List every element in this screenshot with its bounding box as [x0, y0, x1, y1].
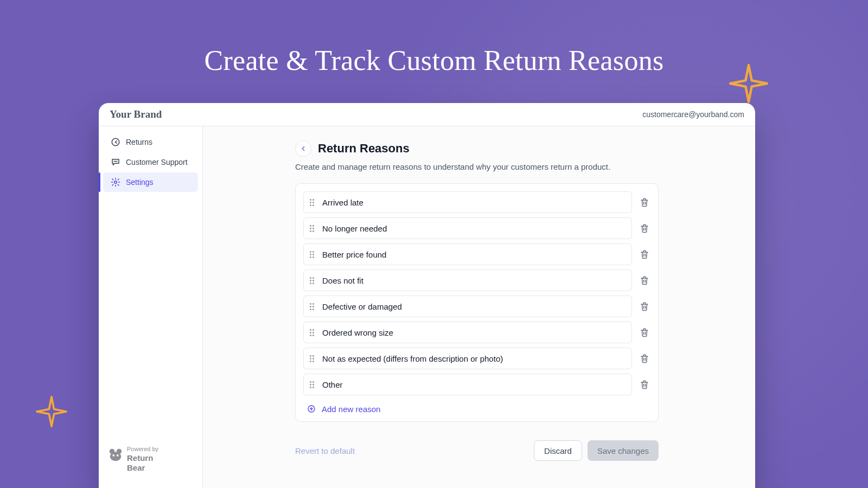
reason-input[interactable]: Does not fit — [303, 269, 632, 291]
delete-reason-button[interactable] — [639, 378, 650, 390]
reason-input[interactable]: Defective or damaged — [303, 296, 632, 317]
app-window: Your Brand customercare@yourband.com Ret… — [99, 103, 755, 488]
reason-input[interactable]: No longer needed — [303, 217, 632, 239]
reason-input[interactable]: Not as expected (differs from descriptio… — [303, 348, 632, 369]
drag-handle-icon[interactable] — [309, 251, 316, 258]
svg-point-5 — [112, 454, 114, 457]
trash-icon — [640, 301, 649, 311]
delete-reason-button[interactable] — [639, 300, 650, 312]
svg-point-4 — [110, 452, 122, 461]
reason-text: Arrived late — [322, 198, 363, 207]
reason-text: No longer needed — [322, 224, 387, 233]
reason-row: Not as expected (differs from descriptio… — [303, 348, 650, 369]
brand-logo: Your Brand — [110, 108, 162, 120]
reason-text: Other — [322, 380, 343, 389]
reason-text: Not as expected (differs from descriptio… — [322, 354, 503, 363]
trash-icon — [640, 275, 649, 285]
sidebar-item-label: Customer Support — [126, 158, 188, 166]
main-content: Return Reasons Create and manage return … — [203, 126, 755, 488]
sidebar-item-returns[interactable]: Returns — [103, 132, 198, 152]
delete-reason-button[interactable] — [639, 274, 650, 286]
discard-button[interactable]: Discard — [534, 440, 582, 461]
drag-handle-icon[interactable] — [309, 355, 316, 362]
reasons-card: Arrived lateNo longer neededBetter price… — [295, 183, 659, 422]
hero-title: Create & Track Custom Return Reasons — [0, 44, 868, 76]
sparkle-icon — [36, 396, 67, 427]
delete-reason-button[interactable] — [639, 222, 650, 234]
bear-icon — [107, 446, 124, 465]
reason-input[interactable]: Ordered wrong size — [303, 322, 632, 343]
sidebar-item-settings[interactable]: Settings — [103, 172, 198, 192]
page-title: Return Reasons — [318, 142, 410, 156]
account-email[interactable]: customercare@yourband.com — [642, 110, 744, 119]
reason-row: Does not fit — [303, 269, 650, 291]
trash-icon — [640, 328, 649, 337]
chat-icon — [111, 157, 120, 167]
sidebar: Returns Customer Support Settings P — [99, 126, 203, 488]
sidebar-item-customer-support[interactable]: Customer Support — [103, 152, 198, 172]
delete-reason-button[interactable] — [639, 352, 650, 364]
powered-brand: Return Bear — [127, 453, 153, 472]
trash-icon — [640, 223, 649, 233]
delete-reason-button[interactable] — [639, 196, 650, 208]
svg-point-6 — [117, 454, 119, 457]
back-button[interactable] — [295, 140, 311, 157]
page-description: Create and manage return reasons to unde… — [295, 162, 659, 171]
reason-text: Ordered wrong size — [322, 328, 393, 337]
drag-handle-icon[interactable] — [309, 199, 316, 206]
trash-icon — [640, 380, 649, 389]
reason-row: No longer needed — [303, 217, 650, 239]
delete-reason-button[interactable] — [639, 248, 650, 260]
reason-text: Better price found — [322, 250, 386, 259]
powered-label: Powered by — [127, 446, 158, 452]
reason-input[interactable]: Other — [303, 374, 632, 395]
powered-by: Powered by Return Bear — [107, 446, 158, 473]
reason-text: Does not fit — [322, 276, 363, 285]
reason-text: Defective or damaged — [322, 302, 402, 311]
app-header: Your Brand customercare@yourband.com — [99, 103, 755, 126]
revert-to-default-link[interactable]: Revert to default — [295, 446, 355, 455]
return-arrow-icon — [111, 137, 120, 147]
reason-input[interactable]: Better price found — [303, 243, 632, 265]
sidebar-item-label: Returns — [126, 138, 152, 146]
trash-icon — [640, 354, 649, 363]
save-changes-button[interactable]: Save changes — [588, 440, 659, 461]
reason-row: Better price found — [303, 243, 650, 265]
gear-icon — [111, 177, 120, 187]
drag-handle-icon[interactable] — [309, 329, 316, 336]
svg-point-1 — [114, 181, 117, 184]
delete-reason-button[interactable] — [639, 326, 650, 338]
footer-bar: Revert to default Discard Save changes — [295, 440, 659, 461]
drag-handle-icon[interactable] — [309, 381, 316, 388]
arrow-left-icon — [299, 145, 307, 152]
reason-row: Defective or damaged — [303, 296, 650, 317]
drag-handle-icon[interactable] — [309, 303, 316, 310]
reason-row: Ordered wrong size — [303, 322, 650, 343]
plus-circle-icon — [307, 404, 316, 414]
sidebar-item-label: Settings — [126, 178, 154, 187]
trash-icon — [640, 249, 649, 259]
add-new-label: Add new reason — [322, 404, 380, 414]
reason-input[interactable]: Arrived late — [303, 191, 632, 213]
drag-handle-icon[interactable] — [309, 277, 316, 284]
trash-icon — [640, 197, 649, 207]
reason-row: Other — [303, 374, 650, 395]
reason-row: Arrived late — [303, 191, 650, 213]
add-new-reason-button[interactable]: Add new reason — [303, 400, 650, 415]
drag-handle-icon[interactable] — [309, 225, 316, 232]
